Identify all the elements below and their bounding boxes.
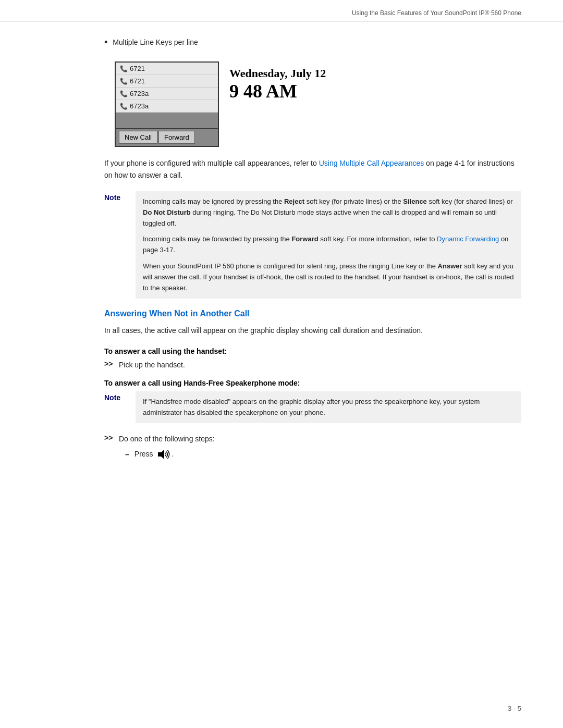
bullet-dot: •: [104, 36, 107, 49]
softkey-forward: Forward: [158, 131, 195, 144]
phone-lines: 📞 6721 📞 6721 📞 6723a 📞 6723a: [116, 63, 218, 129]
arrow-text-handset: Pick up the handset.: [119, 360, 185, 371]
phone-line-label-3: 6723a: [130, 90, 149, 97]
phone-softkeys: New Call Forward: [116, 129, 218, 146]
note-label-1: Note: [104, 191, 136, 202]
intro-link[interactable]: Using Multiple Call Appearances: [319, 159, 424, 167]
phone-line-icon-3: 📞: [120, 90, 128, 97]
phone-line-label-2: 6721: [130, 77, 145, 85]
arrow-item-handset: >> Pick up the handset.: [104, 360, 521, 371]
phone-display: 📞 6721 📞 6721 📞 6723a 📞 6723a Ne: [115, 61, 521, 147]
intro-paragraph: If your phone is configured with multipl…: [104, 157, 521, 181]
phone-line-1: 📞 6721: [116, 63, 218, 75]
phone-time: 9 48 AM: [229, 80, 326, 102]
dash-symbol: –: [125, 450, 129, 459]
answering-body-text: In all cases, the active call will appea…: [104, 325, 521, 336]
phone-line-icon-1: 📞: [120, 65, 128, 72]
phone-line-2: 📞 6721: [116, 75, 218, 88]
page-number: 3 - 5: [508, 705, 521, 712]
phone-date: Wednesday, July 12: [229, 67, 326, 80]
arrow-item-steps: >> Do one of the following steps:: [104, 434, 521, 445]
note-box-1: Incoming calls may be ignored by pressin…: [136, 191, 521, 299]
phone-line-empty: [116, 113, 218, 128]
phone-line-label-4: 6723a: [130, 102, 149, 110]
dynamic-forwarding-link[interactable]: Dynamic Forwarding: [437, 235, 499, 243]
dash-text-press: Press .: [134, 449, 174, 460]
note-para-1: Incoming calls may be ignored by pressin…: [143, 196, 514, 229]
speaker-icon: [157, 449, 172, 460]
note-para-3: When your SoundPoint IP 560 phone is con…: [143, 261, 514, 293]
svg-marker-0: [158, 450, 164, 459]
sub-heading-speakerphone: To answer a call using Hands-Free Speake…: [104, 379, 521, 387]
page-header: Using the Basic Features of Your SoundPo…: [0, 0, 563, 21]
phone-screen: 📞 6721 📞 6721 📞 6723a 📞 6723a Ne: [115, 61, 219, 147]
phone-line-icon-4: 📞: [120, 103, 128, 110]
note-section-1: Note Incoming calls may be ignored by pr…: [104, 191, 521, 299]
dash-item-press: – Press .: [125, 449, 521, 460]
sub-heading-handset: To answer a call using the handset:: [104, 347, 521, 355]
header-text: Using the Basic Features of Your SoundPo…: [352, 9, 521, 17]
intro-text-part1: If your phone is configured with multipl…: [104, 159, 319, 167]
note-para-2: Incoming calls may be forwarded by press…: [143, 234, 514, 256]
note-para-4: If "Handsfree mode disabled" appears on …: [143, 397, 514, 418]
phone-line-3: 📞 6723a: [116, 88, 218, 100]
page-content: • Multiple Line Keys per line 📞 6721 📞 6…: [0, 37, 563, 460]
section-heading-answering: Answering When Not in Another Call: [104, 309, 521, 318]
bullet-item: • Multiple Line Keys per line: [104, 37, 521, 49]
note-box-2: If "Handsfree mode disabled" appears on …: [136, 391, 521, 424]
softkey-new-call: New Call: [119, 131, 157, 144]
note-label-2: Note: [104, 391, 136, 402]
arrow-text-steps: Do one of the following steps:: [119, 434, 215, 445]
phone-line-icon-2: 📞: [120, 78, 128, 85]
phone-date-time: Wednesday, July 12 9 48 AM: [229, 61, 326, 102]
bullet-section: • Multiple Line Keys per line: [104, 37, 521, 49]
phone-line-4: 📞 6723a: [116, 100, 218, 113]
page-footer: 3 - 5: [508, 705, 521, 712]
arrow-symbol-handset: >>: [104, 360, 115, 368]
bullet-text: Multiple Line Keys per line: [113, 37, 198, 48]
note-section-2: Note If "Handsfree mode disabled" appear…: [104, 391, 521, 424]
phone-line-label-1: 6721: [130, 65, 145, 72]
arrow-symbol-steps: >>: [104, 434, 115, 442]
